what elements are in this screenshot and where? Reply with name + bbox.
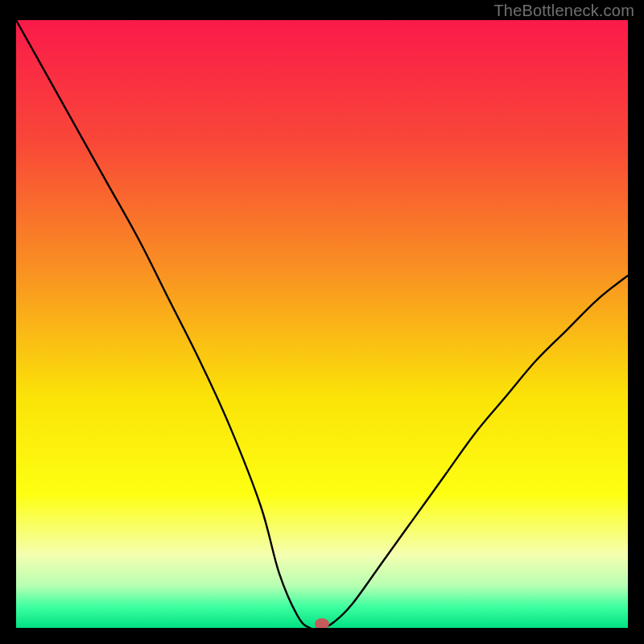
- watermark-text: TheBottleneck.com: [493, 2, 634, 20]
- chart-svg: [16, 20, 628, 628]
- chart-frame: TheBottleneck.com: [0, 0, 644, 644]
- gradient-background: [16, 20, 628, 628]
- plot-area: [16, 20, 628, 628]
